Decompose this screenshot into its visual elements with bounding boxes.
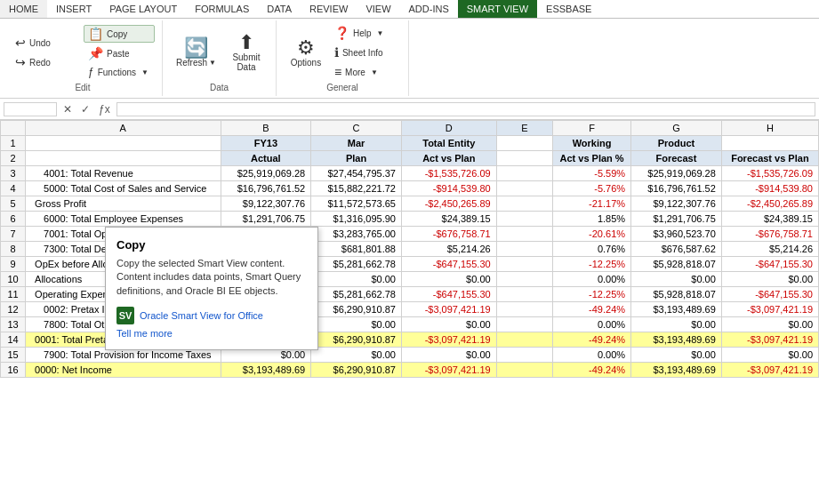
- tab-formulas[interactable]: FORMULAS: [186, 0, 258, 18]
- cell-h3: $25,919,069.28: [631, 166, 722, 181]
- options-button[interactable]: ⚙ Options: [284, 28, 328, 77]
- confirm-formula-icon[interactable]: ✓: [78, 103, 92, 116]
- undo-label: Undo: [29, 38, 51, 48]
- cell-i11: -$647,155.30: [721, 287, 818, 302]
- cell-g5: -21.17%: [553, 196, 631, 212]
- cell-d6: $1,316,095.90: [311, 212, 402, 227]
- tell-me-more-link[interactable]: Tell me more: [116, 328, 307, 339]
- submit-icon: ⬆: [238, 33, 254, 52]
- tab-view[interactable]: VIEW: [357, 0, 399, 18]
- row-num-3: 3: [1, 166, 26, 181]
- row-num-6: 6: [1, 212, 26, 227]
- smart-view-link[interactable]: SV Oracle Smart View for Office: [116, 307, 307, 324]
- functions-arrow-icon: ▼: [141, 68, 149, 76]
- undo-button[interactable]: ↩ Undo: [11, 34, 82, 52]
- tab-smart-view[interactable]: SMART VIEW: [458, 0, 537, 18]
- cell-i14: -$3,097,421.19: [721, 332, 818, 348]
- help-label: Help: [353, 28, 372, 38]
- cell-d2: Act vs Plan: [401, 151, 496, 166]
- tab-data[interactable]: DATA: [258, 0, 301, 18]
- cell-i10: $0.00: [721, 272, 818, 287]
- cell-g4: -5.76%: [553, 181, 631, 196]
- cell-d15: $0.00: [311, 348, 402, 363]
- cell-d8: $681,801.88: [311, 242, 402, 257]
- smart-view-link-label[interactable]: Oracle Smart View for Office: [140, 310, 263, 321]
- cell-e12: -$3,097,421.19: [401, 302, 496, 317]
- cell-g14: -49.24%: [553, 332, 631, 348]
- cell-g7: -20.61%: [553, 227, 631, 242]
- col-header-d: D: [401, 121, 496, 136]
- cell-f3: [496, 166, 552, 181]
- cell-e14: -$3,097,421.19: [401, 332, 496, 348]
- redo-icon: ↪: [15, 56, 26, 68]
- cell-c6: $1,291,706.75: [221, 212, 311, 227]
- cell-g12: -49.24%: [553, 302, 631, 317]
- cell-b1: FY13: [221, 136, 311, 151]
- row-num-16: 16: [1, 363, 26, 378]
- cell-e16: -$3,097,421.19: [401, 363, 496, 378]
- tab-page-layout[interactable]: PAGE LAYOUT: [100, 0, 186, 18]
- cell-f14: [496, 332, 552, 348]
- help-button[interactable]: ❓ Help ▼: [330, 24, 401, 42]
- cell-f2: Act vs Plan %: [553, 151, 631, 166]
- cell-f16: [496, 363, 552, 378]
- ribbon: HOME INSERT PAGE LAYOUT FORMULAS DATA RE…: [0, 0, 819, 99]
- cell-i16: -$3,097,421.19: [721, 363, 818, 378]
- cancel-formula-icon[interactable]: ✕: [60, 103, 75, 116]
- formula-input[interactable]: [116, 102, 815, 116]
- copy-label: Copy: [107, 29, 127, 39]
- submit-data-button[interactable]: ⬆ SubmitData: [224, 28, 269, 77]
- cell-i3: -$1,535,726.09: [721, 166, 818, 181]
- more-arrow-icon: ▼: [371, 68, 378, 76]
- tab-review[interactable]: REVIEW: [301, 0, 357, 18]
- table-row: 3 4001: Total Revenue $25,919,069.28 $27…: [1, 166, 819, 181]
- data-group-label: Data: [210, 81, 229, 92]
- cell-d9: $5,281,662.78: [311, 257, 402, 272]
- options-icon: ⚙: [297, 38, 315, 58]
- cell-i12: -$3,097,421.19: [721, 302, 818, 317]
- table-row: 16 0000: Net Income $3,193,489.69 $6,290…: [1, 363, 819, 378]
- cell-f8: [496, 242, 552, 257]
- cell-h15: $0.00: [631, 348, 722, 363]
- col-header-c: C: [311, 121, 402, 136]
- cell-e8: $5,214.26: [401, 242, 496, 257]
- redo-button[interactable]: ↪ Redo: [11, 53, 82, 71]
- tab-essbase[interactable]: ESSBASE: [537, 0, 600, 18]
- formula-icons: ✕ ✓ ƒx: [60, 103, 113, 116]
- refresh-button[interactable]: 🔄 Refresh ▼: [170, 28, 222, 77]
- functions-button[interactable]: ƒ Functions ▼: [84, 64, 155, 80]
- cell-label-row4: 5000: Total Cost of Sales and Service: [26, 181, 221, 196]
- tab-home[interactable]: HOME: [0, 0, 47, 18]
- table-row: 6 6000: Total Employee Expenses $1,291,7…: [1, 212, 819, 227]
- table-row: 5 Gross Profit $9,122,307.76 $11,572,573…: [1, 196, 819, 212]
- cell-c1: Mar: [311, 136, 402, 151]
- general-group-label: General: [326, 81, 358, 92]
- help-arrow-icon: ▼: [377, 29, 384, 37]
- ribbon-content: ↩ Undo ↪ Redo 📋 Copy 📌 Paste: [0, 19, 819, 98]
- more-icon: ≡: [334, 66, 341, 78]
- cell-g11: -12.25%: [553, 287, 631, 302]
- tab-insert[interactable]: INSERT: [47, 0, 100, 18]
- cell-reference-input[interactable]: [4, 102, 57, 116]
- tab-add-ins[interactable]: ADD-INS: [400, 0, 458, 18]
- cell-a2: [26, 151, 221, 166]
- copy-popup-title: Copy: [116, 238, 307, 252]
- cell-f1: Working: [553, 136, 631, 151]
- cell-c4: $16,796,761.52: [221, 181, 311, 196]
- cell-d7: $3,283,765.00: [311, 227, 402, 242]
- cell-g3: -5.59%: [553, 166, 631, 181]
- copy-button[interactable]: 📋 Copy: [84, 25, 155, 43]
- paste-button[interactable]: 📌 Paste: [84, 44, 155, 62]
- insert-function-icon[interactable]: ƒx: [96, 103, 113, 116]
- functions-icon: ƒ: [88, 67, 94, 77]
- sheet-header-row-1: 1 FY13 Mar Total Entity Working Product: [1, 136, 819, 151]
- more-button[interactable]: ≡ More ▼: [330, 63, 401, 81]
- cell-f5: [496, 196, 552, 212]
- cell-f4: [496, 181, 552, 196]
- formula-bar: ✕ ✓ ƒx: [0, 99, 819, 120]
- sheet-info-button[interactable]: ℹ Sheet Info: [330, 44, 401, 61]
- cell-label-row16: 0000: Net Income: [26, 363, 221, 378]
- cell-e11: -$647,155.30: [401, 287, 496, 302]
- cell-h11: $5,928,818.07: [631, 287, 722, 302]
- cell-g6: 1.85%: [553, 212, 631, 227]
